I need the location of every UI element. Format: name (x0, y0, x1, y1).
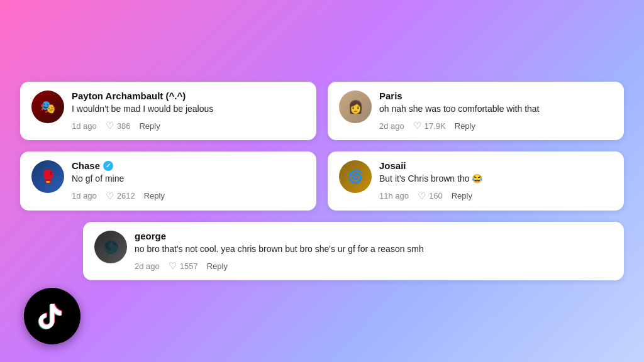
avatar-josaii: 🌀 (339, 160, 372, 193)
comment-card-josaii: 🌀 Josaii But it's Chris brown tho 😂 11h … (328, 151, 624, 211)
reply-button-george[interactable]: Reply (207, 261, 228, 271)
username-josaii: Josaii (379, 160, 613, 171)
comment-meta-payton: 1d ago ♡ 386 Reply (72, 120, 305, 131)
comment-body-george: george no bro that's not cool. yea chris… (135, 231, 613, 272)
verified-badge-chase: ✓ (103, 161, 113, 171)
timestamp-paris: 2d ago (379, 121, 404, 131)
timestamp-chase: 1d ago (72, 191, 97, 200)
reply-button-chase[interactable]: Reply (144, 191, 165, 200)
avatar-paris: 👩 (339, 90, 372, 123)
avatar-chase: 🥊 (31, 160, 64, 193)
like-group-payton: ♡ 386 (106, 120, 131, 131)
heart-icon-josaii: ♡ (418, 190, 426, 202)
like-count-josaii: 160 (429, 191, 443, 200)
like-group-josaii: ♡ 160 (418, 190, 443, 202)
like-count-paris: 17.9K (425, 121, 446, 131)
heart-icon-george: ♡ (169, 260, 177, 272)
comment-card-chase: 🥊 Chase ✓ No gf of mine 1d ago ♡ 2612 Re… (20, 151, 316, 211)
timestamp-josaii: 11h ago (379, 191, 409, 200)
comment-meta-paris: 2d ago ♡ 17.9K Reply (379, 120, 613, 131)
comment-card-paris: 👩 Paris oh nah she was too comfortable w… (328, 82, 624, 141)
comment-text-paris: oh nah she was too comfortable with that (379, 103, 613, 116)
username-george: george (135, 231, 613, 241)
username-payton: Payton Archambault (^.^) (72, 90, 305, 101)
timestamp-payton: 1d ago (72, 121, 97, 131)
reply-button-payton[interactable]: Reply (139, 121, 160, 131)
avatar-payton: 🎭 (31, 90, 64, 123)
like-group-george: ♡ 1557 (169, 260, 198, 272)
like-count-george: 1557 (180, 261, 198, 271)
tiktok-icon (35, 299, 69, 333)
like-count-chase: 2612 (117, 191, 135, 200)
like-group-chase: ♡ 2612 (106, 190, 135, 202)
tiktok-logo (24, 288, 80, 344)
comment-meta-george: 2d ago ♡ 1557 Reply (135, 260, 613, 272)
timestamp-george: 2d ago (135, 261, 160, 271)
heart-icon-payton: ♡ (106, 120, 114, 131)
username-chase: Chase ✓ (72, 160, 305, 171)
comment-meta-chase: 1d ago ♡ 2612 Reply (72, 190, 305, 202)
heart-icon-chase: ♡ (106, 190, 114, 202)
comment-text-payton: I wouldn't be mad I would be jealous (72, 103, 305, 116)
reply-button-paris[interactable]: Reply (455, 121, 475, 131)
heart-icon-paris: ♡ (413, 120, 421, 131)
comment-meta-josaii: 11h ago ♡ 160 Reply (379, 190, 613, 202)
comment-card-payton: 🎭 Payton Archambault (^.^) I wouldn't be… (20, 82, 316, 141)
username-paris: Paris (379, 90, 613, 101)
comments-layout: 🎭 Payton Archambault (^.^) I wouldn't be… (0, 0, 644, 362)
like-count-payton: 386 (117, 121, 131, 131)
comment-body-paris: Paris oh nah she was too comfortable wit… (379, 90, 613, 132)
comment-card-george: 🌑 george no bro that's not cool. yea chr… (83, 222, 624, 281)
reply-button-josaii[interactable]: Reply (452, 191, 472, 200)
comment-text-chase: No gf of mine (72, 173, 305, 185)
comment-body-payton: Payton Archambault (^.^) I wouldn't be m… (72, 90, 305, 132)
comment-text-josaii: But it's Chris brown tho 😂 (379, 173, 613, 185)
comment-body-chase: Chase ✓ No gf of mine 1d ago ♡ 2612 Repl… (72, 160, 305, 202)
avatar-george: 🌑 (94, 231, 127, 263)
comment-body-josaii: Josaii But it's Chris brown tho 😂 11h ag… (379, 160, 613, 202)
comment-text-george: no bro that's not cool. yea chris brown … (135, 243, 613, 256)
like-group-paris: ♡ 17.9K (413, 120, 446, 131)
